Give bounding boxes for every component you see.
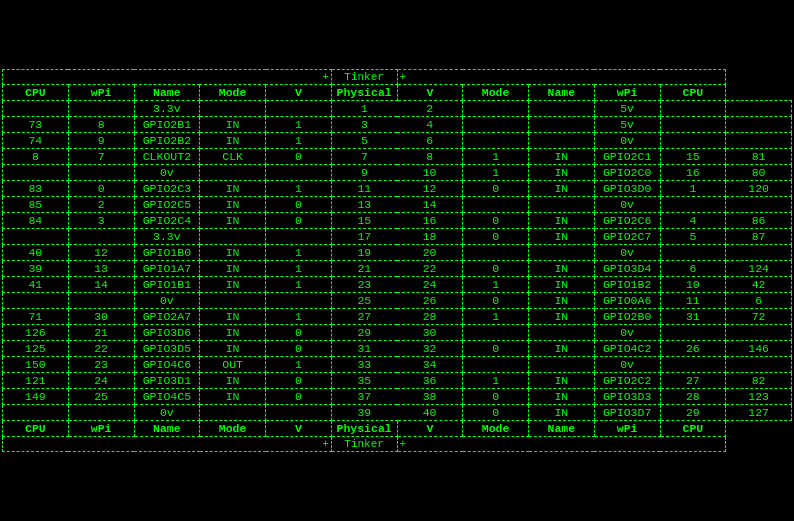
footer-rwpi: wPi [594,421,660,437]
header-lmode: Mode [200,85,266,101]
table-row: 125 22 GPIO3D5 IN 0 31 32 0 IN GPIO4C2 2… [3,341,792,357]
table-row: 71 30 GPIO2A7 IN 1 27 28 1 IN GPIO2B0 31… [3,309,792,325]
table-row: 73 8 GPIO2B1 IN 1 3 4 5v [3,117,792,133]
table-row: 39 13 GPIO1A7 IN 1 21 22 0 IN GPIO3D4 6 … [3,261,792,277]
bottom-tinker-separator: + Tinker + [3,437,792,452]
table-row: 85 2 GPIO2C5 IN 0 13 14 0v [3,197,792,213]
table-row: 41 14 GPIO1B1 IN 1 23 24 1 IN GPIO1B2 10… [3,277,792,293]
table-row: 121 24 GPIO3D1 IN 0 35 36 1 IN GPIO2C2 2… [3,373,792,389]
footer-phys: Physical [331,421,397,437]
header-lwpi: wPi [68,85,134,101]
footer-lname: Name [134,421,200,437]
footer-lmode: Mode [200,421,266,437]
top-title-label: Tinker [331,70,397,85]
gpio-table: + Tinker + CPU wPi Name Mode V Physical … [2,69,792,452]
header-lcpu: CPU [3,85,69,101]
table-row: 0v 39 40 0 IN GPIO3D7 29 127 [3,405,792,421]
header-rmode: Mode [463,85,529,101]
footer-rname: Name [529,421,595,437]
top-header-row: CPU wPi Name Mode V Physical V Mode Name… [3,85,792,101]
table-row: 84 3 GPIO2C4 IN 0 15 16 0 IN GPIO2C6 4 8… [3,213,792,229]
footer-rmode: Mode [463,421,529,437]
table-row: 40 12 GPIO1B0 IN 1 19 20 0v [3,245,792,261]
header-lname: Name [134,85,200,101]
table-row: 149 25 GPIO4C5 IN 0 37 38 0 IN GPIO3D3 2… [3,389,792,405]
table-row: 3.3v 17 18 0 IN GPIO2C7 5 87 [3,229,792,245]
header-rwpi: wPi [594,85,660,101]
footer-lv: V [266,421,332,437]
footer-lwpi: wPi [68,421,134,437]
table-row: 8 7 CLKOUT2 CLK 0 7 8 1 IN GPIO2C1 15 81 [3,149,792,165]
header-phys: Physical [331,85,397,101]
main-container: + Tinker + CPU wPi Name Mode V Physical … [0,65,794,456]
footer-lcpu: CPU [3,421,69,437]
header-rcpu: CPU [660,85,726,101]
top-tinker-separator: + Tinker + [3,70,792,85]
footer-rcpu: CPU [660,421,726,437]
header-rname: Name [529,85,595,101]
header-rv: V [397,85,463,101]
table-row: 3.3v 1 2 5v [3,101,792,117]
table-row: 0v 25 26 0 IN GPIO0A6 11 6 [3,293,792,309]
header-lv: V [266,85,332,101]
table-row: 150 23 GPIO4C6 OUT 1 33 34 0v [3,357,792,373]
bottom-header-row: CPU wPi Name Mode V Physical V Mode Name… [3,421,792,437]
footer-rv: V [397,421,463,437]
table-row: 83 0 GPIO2C3 IN 1 11 12 0 IN GPIO3D0 1 1… [3,181,792,197]
table-row: 0v 9 10 1 IN GPIO2C0 16 80 [3,165,792,181]
table-row: 126 21 GPIO3D6 IN 0 29 30 0v [3,325,792,341]
bottom-title-label: Tinker [331,437,397,452]
table-row: 74 9 GPIO2B2 IN 1 5 6 0v [3,133,792,149]
